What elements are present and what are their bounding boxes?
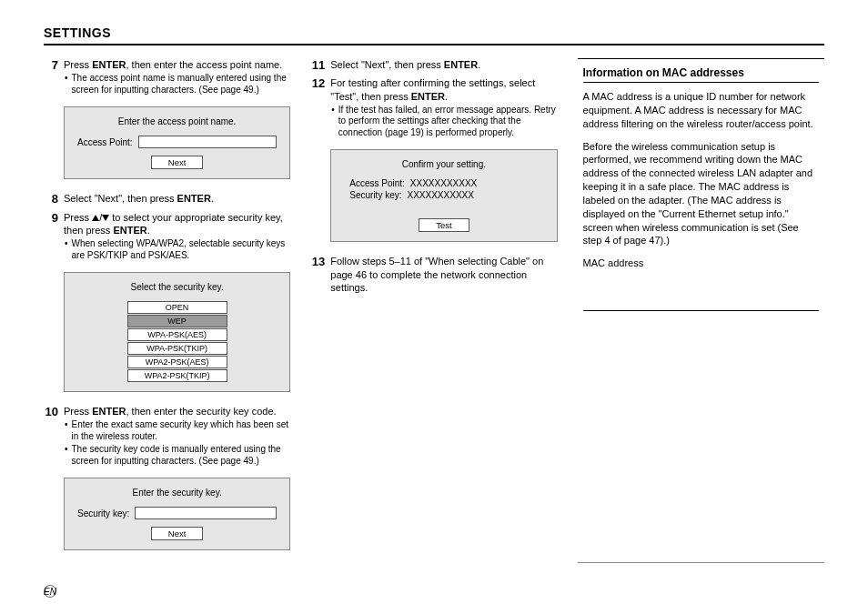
option-wpa-psk-tkip[interactable]: WPA-PSK(TKIP): [127, 342, 227, 355]
step-number: 13: [310, 255, 330, 296]
step-text: Select "Next", then press ENTER.: [330, 58, 557, 71]
next-button[interactable]: Next: [151, 156, 204, 169]
step-text: Select "Next", then press ENTER.: [64, 192, 290, 205]
option-wpa-psk-aes[interactable]: WPA-PSK(AES): [127, 328, 227, 341]
column-left: 7 Press ENTER, then enter the access poi…: [44, 58, 290, 563]
step-7: 7 Press ENTER, then enter the access poi…: [44, 58, 290, 97]
panel-title: Enter the access point name.: [74, 116, 280, 126]
next-button[interactable]: Next: [151, 527, 204, 540]
step-11: 11 Select "Next", then press ENTER.: [310, 58, 557, 73]
panel-title: Confirm your setting.: [340, 159, 547, 169]
step-13: 13 Follow steps 5–11 of "When selecting …: [310, 255, 557, 296]
info-paragraph: Before the wireless communication setup …: [583, 140, 819, 248]
bullet: Enter the exact same security key which …: [64, 419, 290, 442]
bullet: The security key code is manually entere…: [64, 444, 290, 467]
mac-address-line: [583, 310, 819, 311]
step-10: 10 Press ENTER, then enter the security …: [44, 405, 290, 468]
step-text: Press ENTER, then enter the security key…: [64, 405, 290, 418]
confirm-ap-value: XXXXXXXXXXX: [410, 178, 477, 188]
security-key-input[interactable]: [135, 507, 277, 519]
bullet: If the test has failed, an error message…: [330, 105, 557, 139]
panel-access-point: Enter the access point name. Access Poin…: [64, 106, 290, 179]
arrow-up-icon: [92, 215, 99, 221]
bullet: The access point name is manually entere…: [64, 73, 290, 96]
step-text: Press / to select your appropriate secur…: [64, 211, 290, 237]
step-text: Press ENTER, then enter the access point…: [64, 58, 290, 71]
security-key-label: Security key:: [77, 508, 129, 518]
panel-title: Enter the security key.: [74, 488, 280, 498]
step-9: 9 Press / to select your appropriate sec…: [44, 211, 290, 264]
confirm-sk-label: Security key:: [349, 190, 401, 200]
step-8: 8 Select "Next", then press ENTER.: [44, 192, 290, 206]
step-number: 8: [44, 192, 64, 206]
panel-title: Select the security key.: [74, 282, 280, 292]
step-text: Follow steps 5–11 of "When selecting Cab…: [330, 255, 557, 294]
confirm-ap-label: Access Point:: [349, 178, 405, 188]
option-wpa2-psk-aes[interactable]: WPA2-PSK(AES): [127, 356, 227, 368]
option-open[interactable]: OPEN: [127, 301, 227, 314]
access-point-input[interactable]: [138, 136, 278, 148]
option-wep[interactable]: WEP: [127, 315, 227, 327]
info-box: Information on MAC addresses A MAC addre…: [578, 58, 824, 563]
mac-address-label: MAC address: [583, 257, 819, 270]
confirm-sk-value: XXXXXXXXXXX: [408, 190, 474, 200]
bullet: When selecting WPA/WPA2, selectable secu…: [64, 238, 290, 261]
panel-security-key-select: Select the security key. OPEN WEP WPA-PS…: [64, 272, 290, 392]
panel-security-key-input: Enter the security key. Security key: Ne…: [64, 478, 290, 550]
language-icon: EN: [44, 585, 56, 598]
step-number: 10: [44, 405, 64, 468]
step-text: For testing after confirming the setting…: [330, 76, 557, 103]
access-point-label: Access Point:: [77, 137, 133, 147]
option-wpa2-psk-tkip[interactable]: WPA2-PSK(TKIP): [127, 369, 227, 382]
step-12: 12 For testing after confirming the sett…: [310, 76, 557, 140]
column-middle: 11 Select "Next", then press ENTER. 12 F…: [310, 58, 557, 563]
info-heading: Information on MAC addresses: [583, 66, 819, 83]
step-number: 7: [44, 58, 64, 97]
info-paragraph: A MAC address is a unique ID number for …: [583, 90, 819, 131]
step-number: 12: [310, 76, 330, 140]
panel-confirm: Confirm your setting. Access Point: XXXX…: [330, 149, 557, 242]
test-button[interactable]: Test: [419, 218, 469, 232]
page-title: SETTINGS: [44, 25, 824, 45]
content-columns: 7 Press ENTER, then enter the access poi…: [44, 58, 824, 563]
step-number: 9: [44, 211, 64, 264]
step-number: 11: [310, 58, 330, 73]
